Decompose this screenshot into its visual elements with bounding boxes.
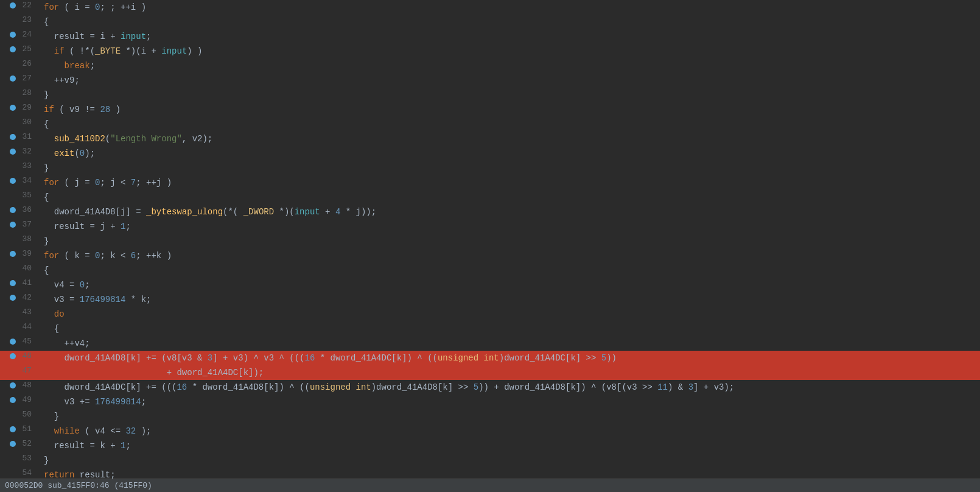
breakpoint-dot <box>10 339 16 345</box>
line-number: 25 <box>18 44 32 54</box>
breakpoint-dot <box>10 149 16 155</box>
breakpoint-dot <box>10 46 16 52</box>
token-fn: sub_4110D2 <box>54 134 105 144</box>
token-kw: while <box>54 426 80 436</box>
line-number: 47 <box>18 366 32 375</box>
token-plain: ; <box>125 222 130 231</box>
line-number: 45 <box>18 337 32 346</box>
token-plain <box>44 426 54 436</box>
code-content: ++v9; <box>37 74 980 87</box>
line-number: 54 <box>18 468 32 477</box>
token-plain: { <box>44 324 59 334</box>
code-content: } <box>37 454 980 467</box>
breakpoint-dot <box>10 295 16 301</box>
breakpoint-dot <box>10 280 16 286</box>
code-content: } <box>37 234 980 248</box>
token-plain <box>44 149 54 158</box>
line-gutter: 52 <box>0 439 37 448</box>
token-plain: ( k = <box>59 251 95 261</box>
breakpoint-dot <box>10 207 16 213</box>
token-plain: ) ) <box>187 46 202 56</box>
token-yellow: _BYTE <box>95 46 121 56</box>
token-kw: do <box>54 309 65 319</box>
line-number: 40 <box>18 264 32 273</box>
token-plain: ; j < <box>100 178 130 188</box>
code-content: v4 = 0; <box>37 278 980 292</box>
token-plain: ( v4 <= <box>80 426 126 436</box>
code-line-49: 49 v3 += 176499814; <box>0 395 980 409</box>
code-content: if ( !*(_BYTE *)(i + input) ) <box>37 44 980 58</box>
code-line-36: 36 dword_41A4D8[j] = _byteswap_ulong(*( … <box>0 205 980 219</box>
token-plain: ( j = <box>59 178 95 188</box>
token-num: 0 <box>80 280 85 290</box>
token-kw: break <box>65 61 90 71</box>
token-plain: ; <box>85 280 89 290</box>
code-content: dword_41A4D8[k] += (v8[v3 & 3] + v3) ^ v… <box>37 351 980 365</box>
line-gutter: 45 <box>0 337 37 346</box>
token-plain: ; ++k ) <box>136 251 172 261</box>
token-plain <box>44 309 54 319</box>
code-content: { <box>37 15 980 29</box>
line-gutter: 38 <box>0 234 37 244</box>
line-gutter: 54 <box>0 468 37 477</box>
line-gutter: 27 <box>0 74 37 83</box>
token-plain: )) + dword_41A4D8[k]) ^ (v8[(v3 >> <box>478 382 657 392</box>
code-content: for ( i = 0; ; ++i ) <box>37 1 980 14</box>
token-plain: ( v9 != <box>54 105 100 114</box>
token-plain: )) <box>606 353 617 363</box>
token-fn: exit <box>54 149 75 158</box>
code-line-45: 45 ++v4; <box>0 336 980 351</box>
token-plain: ; <box>125 441 130 451</box>
code-line-39: 39for ( k = 0; k < 6; ++k ) <box>0 248 980 263</box>
line-number: 30 <box>18 118 32 127</box>
token-plain: ; <box>141 397 146 407</box>
token-num: 0 <box>80 149 85 158</box>
token-plain: ; k < <box>100 251 130 261</box>
token-plain: + <box>320 207 335 217</box>
code-line-42: 42 v3 = 176499814 * k; <box>0 292 980 307</box>
code-content: break; <box>37 59 980 72</box>
code-line-48: 48 dword_41A4DC[k] += (((16 * dword_41A4… <box>0 380 980 395</box>
code-content: for ( j = 0; j < 7; ++j ) <box>37 176 980 189</box>
line-number: 52 <box>18 439 32 448</box>
token-plain <box>44 46 54 56</box>
token-plain: )dword_41A4DC[k] >> <box>499 353 601 363</box>
line-number: 36 <box>18 205 32 214</box>
token-num: 5 <box>474 382 478 392</box>
token-kw: for <box>44 2 59 12</box>
line-number: 37 <box>18 220 32 229</box>
token-kw: if <box>54 46 65 56</box>
line-number: 32 <box>18 147 32 156</box>
breakpoint-dot <box>10 222 16 228</box>
code-content: { <box>37 264 980 277</box>
code-line-46: 46 dword_41A4D8[k] += (v8[v3 & 3] + v3) … <box>0 351 980 365</box>
line-number: 50 <box>18 410 32 419</box>
token-plain: result = k + <box>44 441 121 451</box>
line-number: 27 <box>18 74 32 83</box>
line-gutter: 41 <box>0 278 37 287</box>
code-line-34: 34for ( j = 0; j < 7; ++j ) <box>0 175 980 190</box>
code-content: exit(0); <box>37 147 980 160</box>
line-gutter: 29 <box>0 103 37 112</box>
line-number: 49 <box>18 395 32 404</box>
token-plain: ); <box>85 149 95 158</box>
token-plain: result = j + <box>44 222 121 231</box>
code-line-40: 40{ <box>0 263 980 278</box>
code-content: result = k + 1; <box>37 439 980 452</box>
line-gutter: 48 <box>0 381 37 390</box>
token-plain: ( <box>105 134 110 144</box>
code-line-38: 38} <box>0 234 980 248</box>
line-gutter: 34 <box>0 176 37 185</box>
line-gutter: 46 <box>0 351 37 360</box>
code-content: } <box>37 161 980 175</box>
code-line-30: 30{ <box>0 117 980 132</box>
code-content: dword_41A4DC[k] += (((16 * dword_41A4D8[… <box>37 381 980 394</box>
token-plain: ); <box>136 426 151 436</box>
line-gutter: 44 <box>0 322 37 331</box>
token-plain: v3 += <box>44 397 95 407</box>
token-plain: ; <box>90 61 95 71</box>
line-number: 33 <box>18 161 32 170</box>
token-num: 7 <box>131 178 136 188</box>
token-plain: ; <box>146 32 151 41</box>
token-plain: dword_41A4DC[k] += ((( <box>44 382 177 392</box>
